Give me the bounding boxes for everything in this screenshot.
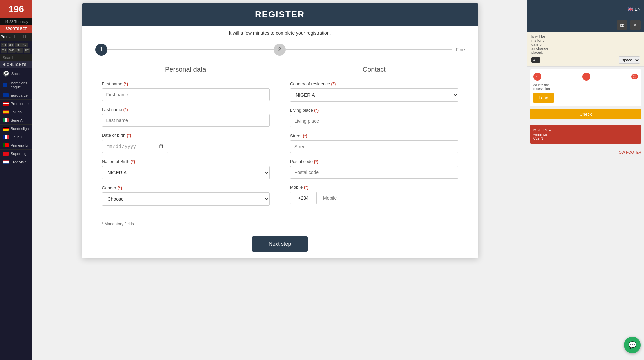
search-input[interactable] [0, 54, 32, 61]
language-selector[interactable]: 🇬🇧 EN [628, 7, 641, 12]
postal-input[interactable] [290, 166, 458, 179]
modal-subtitle: It will a few minutes to complete your r… [82, 26, 478, 40]
filter-tu[interactable]: TU [1, 48, 7, 53]
main-content: REGISTER It will a few minutes to comple… [32, 0, 527, 360]
dob-label: Date of birth (*) [102, 133, 270, 138]
sidebar-item-label: Premier Le [11, 102, 29, 106]
sidebar-item-laliga[interactable]: LaLiga [0, 108, 32, 116]
sidebar-tabs: Prematch Li [0, 33, 32, 41]
notice-text: ls will bems for 3date ofay changeplaced… [531, 34, 548, 54]
tab-live[interactable]: Li [17, 33, 32, 41]
mobile-prefix-input[interactable] [290, 192, 317, 204]
filter-3h[interactable]: 3H [8, 43, 15, 47]
mobile-group: Mobile (*) [290, 185, 458, 204]
close-toolbar-button[interactable]: ✕ [630, 20, 641, 30]
sidebar-logo: 196 [0, 0, 32, 18]
sidebar-item-soccer[interactable]: ⚽ Soccer [0, 68, 32, 79]
sidebar-time: 14:28 Tuesday [0, 18, 32, 25]
check-button[interactable]: Check [530, 109, 641, 119]
living-place-group: Living place (*) [290, 108, 458, 127]
contact-section: Contact Country of residence (*) NIGERIA… [283, 66, 465, 212]
sidebar-item-superlig[interactable]: Super Lig [0, 150, 32, 158]
sidebar-item-ligue1[interactable]: Ligue 1 [0, 133, 32, 141]
primeira-flag-icon [3, 143, 9, 147]
last-name-input[interactable] [102, 114, 270, 127]
mandatory-note: * Mandatory fields [82, 218, 478, 230]
chat-bubble[interactable]: 💬 [624, 337, 641, 353]
next-step-container: Next step [82, 230, 478, 258]
nation-label: Nation of Birth (*) [102, 159, 270, 164]
footer-link[interactable]: OW FOOTER [619, 150, 641, 154]
filter-1h[interactable]: 1H [1, 43, 7, 47]
sidebar-item-champions[interactable]: Champions League [0, 79, 32, 91]
sidebar-sports-bet: SPORTS BET [0, 25, 32, 33]
first-name-group: First name (*) [102, 81, 270, 101]
mobile-number-input[interactable] [319, 192, 458, 204]
last-name-label: Last name (*) [102, 107, 270, 112]
bundesliga-flag-icon [3, 127, 9, 131]
europa-flag-icon [3, 93, 9, 97]
chat-icon: 💬 [628, 341, 637, 349]
right-bet-box: ← → ⓪ dd it to thereservation Load [530, 69, 641, 106]
street-input[interactable] [290, 140, 458, 153]
sidebar-item-primeira[interactable]: Primeira Li [0, 141, 32, 150]
living-place-input[interactable] [290, 115, 458, 127]
grid-view-button[interactable]: ▦ [617, 20, 627, 30]
sidebar-item-bundesliga[interactable]: Bundesliga [0, 125, 32, 133]
bet-row-arrows: ← → ⓪ [533, 73, 638, 81]
filter-today[interactable]: TODAY [15, 43, 28, 47]
space-select[interactable]: space [619, 56, 640, 64]
sidebar-filter: 1H 3H TODAY TU WE TH FR [0, 41, 32, 54]
seriea-flag-icon [3, 118, 9, 122]
sidebar: 196 14:28 Tuesday SPORTS BET Prematch Li… [0, 0, 32, 360]
mobile-input-group [290, 192, 458, 204]
laliga-flag-icon [3, 110, 9, 114]
next-step-button[interactable]: Next step [252, 236, 308, 252]
sidebar-item-label: Super Lig [11, 152, 26, 156]
dob-input[interactable] [102, 140, 168, 153]
load-button[interactable]: Load [533, 93, 554, 103]
country-select[interactable]: NIGERIA [290, 88, 458, 102]
sidebar-item-label: Soccer [11, 72, 23, 76]
contact-title: Contact [290, 66, 458, 73]
flag-en-icon: 🇬🇧 [628, 7, 633, 12]
scores-badge: 4 5 [531, 57, 540, 63]
gender-select[interactable]: Choose [102, 192, 270, 206]
nation-select[interactable]: NIGERIA [102, 166, 270, 179]
street-group: Street (*) [290, 133, 458, 153]
filter-th[interactable]: TH [16, 48, 23, 53]
sidebar-item-premier[interactable]: Premier Le [0, 100, 32, 108]
modal-title: REGISTER [255, 9, 305, 19]
sidebar-item-label: Ligue 1 [11, 135, 23, 139]
lang-label: EN [635, 7, 641, 12]
sidebar-item-label: Bundesliga [11, 127, 29, 131]
step-fine-label: Fine [456, 47, 465, 52]
living-place-label: Living place (*) [290, 108, 458, 113]
progress-container: 1 2 Fine [82, 40, 478, 59]
first-name-input[interactable] [102, 88, 270, 101]
country-group: Country of residence (*) NIGERIA [290, 81, 458, 102]
sidebar-item-seriea[interactable]: Serie A [0, 116, 32, 125]
superlig-flag-icon [3, 152, 9, 156]
step-1-circle: 1 [95, 44, 107, 56]
notification-badge: ⓪ [631, 74, 638, 79]
sidebar-item-label: Champions League [9, 81, 30, 89]
form-divider [280, 66, 280, 212]
premier-flag-icon [3, 102, 9, 106]
sidebar-item-label: Primeira Li [11, 143, 28, 147]
mobile-label: Mobile (*) [290, 185, 458, 190]
first-name-label: First name (*) [102, 81, 270, 86]
sidebar-item-europa[interactable]: Europa Le [0, 91, 32, 100]
dob-group: Date of birth (*) [102, 133, 270, 153]
forward-arrow-button[interactable]: → [582, 73, 590, 81]
champions-flag-icon [3, 83, 7, 87]
sidebar-item-label: Serie A [11, 118, 22, 122]
step-line-2 [286, 49, 452, 50]
back-arrow-button[interactable]: ← [533, 73, 541, 81]
filter-fr[interactable]: FR [24, 48, 30, 53]
tab-prematch[interactable]: Prematch [0, 33, 17, 41]
sidebar-item-eredivisie[interactable]: Eredivisie [0, 158, 32, 166]
filter-we[interactable]: WE [8, 48, 16, 53]
highlights-title: HIGHLIGHTS [0, 61, 32, 68]
country-label: Country of residence (*) [290, 81, 458, 86]
